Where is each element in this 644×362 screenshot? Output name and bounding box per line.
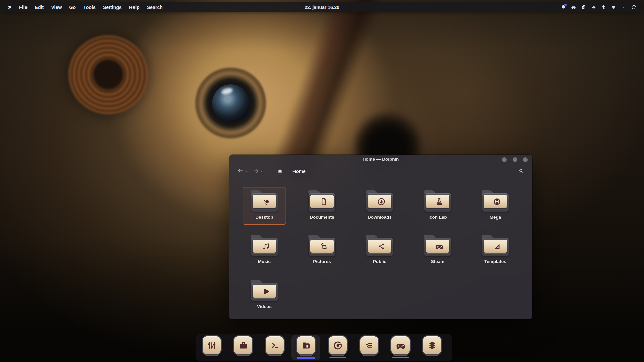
document-emblem-icon — [310, 195, 334, 208]
menubar-item-edit[interactable]: Edit — [31, 5, 48, 10]
running-indicator — [329, 357, 346, 358]
layers-icon — [423, 336, 441, 354]
window-title: Home — Dolphin — [229, 157, 532, 162]
flask-emblem-icon — [426, 195, 449, 208]
dolphin-window: Home — Dolphin Home DesktopDocumentsDown… — [229, 155, 532, 319]
menubar-item-view[interactable]: View — [47, 5, 65, 10]
minimize-button[interactable] — [502, 157, 507, 162]
folder-icon — [424, 190, 451, 212]
wallpaper-ear-coil — [69, 35, 148, 114]
folder-item-documents[interactable]: Documents — [300, 187, 344, 225]
terminal-prompt-icon — [266, 336, 284, 354]
gamepad-emblem-icon — [426, 240, 449, 253]
system-tray — [558, 4, 639, 11]
folder-item-templates[interactable]: Templates — [474, 232, 517, 269]
caret-down-icon[interactable] — [260, 168, 263, 174]
desktop: FileEditViewGoToolsSettingsHelpSearch 22… — [0, 0, 644, 362]
window-controls — [502, 157, 528, 162]
tray-clipboard-icon[interactable] — [578, 4, 588, 11]
dock-briefcase-app[interactable] — [234, 336, 252, 354]
tray-chevron-down-icon[interactable] — [619, 4, 629, 11]
folder-icon — [309, 190, 335, 212]
menubar-item-help[interactable]: Help — [125, 5, 143, 10]
tray-volume-icon[interactable] — [588, 4, 598, 11]
tray-wifi-icon[interactable] — [608, 4, 619, 11]
tray-bluetooth-icon[interactable] — [598, 4, 608, 11]
folder-item-downloads[interactable]: Downloads — [358, 187, 401, 225]
top-panel: FileEditViewGoToolsSettingsHelpSearch 22… — [1, 2, 643, 12]
tray-bell-icon[interactable] — [558, 4, 568, 11]
folder-item-music[interactable]: Music — [243, 232, 286, 269]
notification-badge — [564, 4, 567, 6]
folder-item-desktop[interactable]: Desktop — [243, 187, 286, 225]
share-nodes-emblem-icon — [368, 240, 391, 253]
global-menubar: FileEditViewGoToolsSettingsHelpSearch — [15, 5, 166, 10]
dock-chrome[interactable] — [329, 336, 347, 354]
folder-label: Public — [373, 259, 387, 264]
spotify-waves-icon — [360, 336, 378, 354]
wallpaper-eye-iris — [212, 84, 250, 122]
forward-button[interactable] — [253, 167, 263, 176]
tray-gamepad-icon[interactable] — [568, 4, 578, 11]
folder-icon — [309, 235, 335, 256]
folder-label: Documents — [310, 215, 334, 220]
folder-icon — [366, 190, 393, 212]
titlebar[interactable]: Home — Dolphin — [229, 155, 532, 164]
briefcase-icon — [234, 336, 252, 354]
paint-splatter-emblem-icon — [253, 195, 276, 208]
folder-label: Videos — [257, 304, 272, 309]
folder-icon — [297, 336, 315, 354]
menubar-item-tools[interactable]: Tools — [79, 5, 99, 10]
folder-icon — [482, 190, 509, 212]
folder-label: Music — [258, 259, 271, 264]
maximize-button[interactable] — [513, 157, 517, 162]
folder-icon — [251, 280, 278, 301]
folder-item-public[interactable]: Public — [358, 232, 401, 269]
folder-label: Steam — [431, 259, 445, 264]
chrome-icon — [329, 336, 347, 354]
menubar-item-search[interactable]: Search — [143, 5, 166, 10]
close-button[interactable] — [523, 157, 528, 162]
folder-view: DesktopDocumentsDownloadsIcon LabMegaMus… — [229, 178, 532, 319]
folder-item-pictures[interactable]: Pictures — [300, 232, 344, 269]
tray-session-arrow-icon[interactable] — [629, 4, 639, 11]
play-emblem-icon — [253, 285, 276, 298]
caret-down-icon[interactable] — [244, 168, 248, 174]
running-indicator — [392, 357, 409, 358]
folder-icon — [251, 190, 278, 212]
search-button[interactable] — [518, 168, 524, 175]
breadcrumb-separator-icon — [286, 168, 290, 174]
picture-emblem-icon — [310, 240, 334, 253]
folder-icon — [482, 235, 509, 256]
breadcrumb-home[interactable]: Home — [292, 169, 306, 174]
clock[interactable]: 22. januar 16.20 — [305, 5, 339, 10]
menubar-item-file[interactable]: File — [15, 5, 31, 10]
folder-item-steam[interactable]: Steam — [416, 232, 460, 269]
folder-label: Templates — [484, 259, 506, 264]
distro-logo-icon[interactable] — [6, 4, 13, 11]
folder-icon — [424, 235, 451, 256]
folder-item-icon-lab[interactable]: Icon Lab — [416, 187, 460, 225]
dock-steam[interactable] — [391, 336, 410, 354]
wallpaper-eye-socket — [195, 67, 267, 139]
mixer-sliders-icon — [203, 336, 221, 354]
folder-label: Icon Lab — [428, 215, 447, 220]
dock-dolphin-files[interactable] — [297, 336, 315, 354]
folder-label: Mega — [490, 215, 501, 220]
arrow-right-icon — [253, 167, 260, 176]
menubar-item-settings[interactable]: Settings — [99, 5, 125, 10]
arrow-left-icon — [237, 167, 244, 176]
folder-item-mega[interactable]: Mega — [474, 187, 517, 225]
back-button[interactable] — [237, 167, 248, 176]
breadcrumb-root-button[interactable] — [277, 168, 283, 175]
music-note-emblem-icon — [253, 240, 276, 253]
dock-spotify[interactable] — [360, 336, 378, 354]
dock-stacks[interactable] — [423, 336, 441, 354]
folder-label: Pictures — [313, 259, 331, 264]
folder-item-videos[interactable]: Videos — [243, 277, 286, 314]
menubar-item-go[interactable]: Go — [65, 5, 79, 10]
dock-settings-mixer[interactable] — [203, 336, 221, 354]
dock-terminal[interactable] — [266, 336, 284, 354]
mega-m-emblem-icon — [484, 195, 507, 208]
folder-label: Downloads — [368, 215, 392, 220]
